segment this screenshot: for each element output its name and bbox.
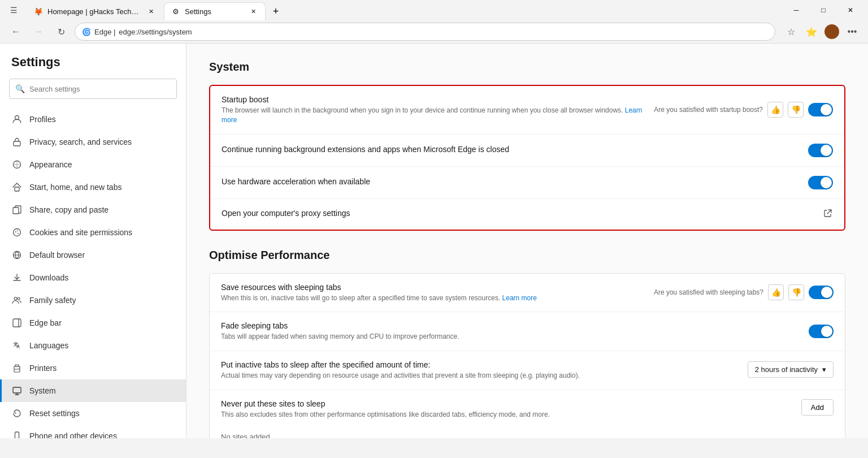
fade-sleeping-tabs-knob: [821, 326, 832, 337]
sidebar-item-downloads[interactable]: Downloads: [0, 266, 186, 289]
tab-title-settings: Settings: [185, 7, 244, 16]
title-bar: ☰ 🦊 Homepage | gHacks Technology ✕ ⚙ Set…: [0, 0, 868, 20]
sidebar-item-label: Printers: [29, 364, 57, 373]
tab-ghacks[interactable]: 🦊 Homepage | gHacks Technology ✕: [27, 2, 163, 20]
startup-boost-right: Are you satisfied with startup boost? 👍 …: [654, 102, 833, 118]
back-button[interactable]: ←: [7, 23, 25, 41]
sidebar-item-printers[interactable]: Printers: [0, 357, 186, 379]
close-button[interactable]: ✕: [837, 0, 863, 20]
family-safety-icon: [11, 295, 23, 306]
sidebar-item-default-browser[interactable]: Default browser: [0, 244, 186, 266]
hardware-acceleration-title: Use hardware acceleration when available: [222, 177, 801, 186]
sidebar-item-start-home[interactable]: Start, home, and new tabs: [0, 176, 186, 198]
sidebar-item-label: Start, home, and new tabs: [29, 183, 121, 192]
background-extensions-row: Continue running background extensions a…: [210, 135, 844, 167]
svg-rect-12: [13, 319, 21, 327]
inactive-tabs-desc: Actual times may vary depending on resou…: [221, 371, 741, 381]
sidebar-item-label: Phone and other devices: [29, 431, 117, 438]
edge-bar-icon: [11, 317, 23, 329]
thumbs-down-btn[interactable]: 👎: [788, 102, 804, 118]
profile-avatar: [824, 24, 839, 39]
sleeping-tabs-thumbs-down[interactable]: 👎: [788, 284, 804, 300]
svg-point-8: [17, 230, 18, 231]
sidebar-item-label: Default browser: [29, 250, 85, 260]
tab-close-settings[interactable]: ✕: [248, 7, 258, 17]
background-extensions-knob: [821, 145, 832, 156]
dropdown-chevron-icon: ▾: [822, 365, 826, 374]
sleeping-tabs-thumbs-up[interactable]: 👍: [768, 284, 784, 300]
search-input[interactable]: [29, 85, 171, 93]
thumbs-up-btn[interactable]: 👍: [767, 102, 783, 118]
sidebar-item-cookies[interactable]: Cookies and site permissions: [0, 221, 186, 244]
sleeping-tabs-desc-text: When this is on, inactive tabs will go t…: [221, 294, 502, 302]
performance-section: Optimise Performance Save resources with…: [209, 249, 845, 438]
sleeping-tabs-knob: [821, 287, 832, 298]
reset-icon: [11, 408, 23, 419]
account-btn[interactable]: [823, 23, 841, 41]
url-text: Edge |: [94, 28, 115, 36]
maximize-button[interactable]: □: [810, 0, 836, 20]
sleeping-tabs-toggle[interactable]: [809, 286, 834, 299]
sidebar-item-family-safety[interactable]: Family safety: [0, 289, 186, 312]
minimize-button[interactable]: ─: [783, 0, 809, 20]
privacy-icon: [11, 136, 23, 148]
sidebar-item-label: Reset settings: [29, 409, 80, 418]
refresh-button[interactable]: ↻: [52, 23, 70, 41]
sidebar-item-edge-bar[interactable]: Edge bar: [0, 312, 186, 334]
start-home-icon: [11, 182, 23, 193]
sleeping-tabs-row: Save resources with sleeping tabs When t…: [210, 274, 845, 313]
sidebar-item-share-copy[interactable]: Share, copy and paste: [0, 198, 186, 221]
no-sites-label: No sites added: [221, 430, 270, 438]
sidebar-item-label: Downloads: [29, 273, 68, 282]
sidebar-item-profiles[interactable]: Profiles: [0, 108, 186, 131]
add-site-button[interactable]: Add: [801, 399, 834, 416]
system-section-title: System: [209, 61, 845, 74]
startup-boost-feedback-text: Are you satisfied with startup boost?: [654, 106, 763, 114]
svg-point-7: [18, 233, 19, 234]
fade-sleeping-tabs-toggle[interactable]: [809, 325, 834, 338]
sleeping-tabs-learn-more[interactable]: Learn more: [502, 294, 537, 302]
edge-icon: 🌀: [82, 28, 91, 36]
never-sleep-desc: This also excludes sites from other perf…: [221, 410, 801, 420]
favorites-star-btn[interactable]: ☆: [782, 23, 800, 41]
tab-favicon-ghacks: 🦊: [34, 7, 43, 16]
collections-btn[interactable]: ⭐: [802, 23, 821, 41]
sidebar-item-label: Family safety: [29, 296, 76, 305]
startup-boost-toggle-knob: [821, 104, 832, 115]
svg-point-6: [15, 231, 16, 232]
performance-section-title: Optimise Performance: [209, 249, 845, 262]
sidebar-item-label: Profiles: [29, 115, 56, 124]
hardware-acceleration-right: [808, 176, 833, 189]
svg-rect-18: [15, 432, 19, 438]
sleeping-tabs-right: Are you satisfied with sleeping tabs? 👍 …: [654, 284, 834, 300]
sidebar-toggle-btn[interactable]: ☰: [5, 1, 23, 19]
startup-boost-title: Startup boost: [222, 95, 647, 104]
inactivity-dropdown[interactable]: 2 hours of inactivity ▾: [748, 361, 834, 378]
sidebar-item-reset-settings[interactable]: Reset settings: [0, 402, 186, 425]
url-bar[interactable]: 🌀 Edge | edge://settings/system: [75, 23, 775, 41]
system-section: System Startup boost The browser will la…: [209, 61, 845, 231]
new-tab-button[interactable]: +: [267, 2, 285, 20]
more-menu-btn[interactable]: •••: [843, 23, 861, 41]
startup-boost-row: Startup boost The browser will launch in…: [210, 86, 844, 135]
tab-settings[interactable]: ⚙ Settings ✕: [164, 2, 266, 20]
never-sleep-right: Add: [801, 399, 834, 416]
hardware-acceleration-knob: [821, 177, 832, 188]
forward-button[interactable]: →: [29, 23, 47, 41]
search-box[interactable]: 🔍: [9, 79, 177, 99]
sleeping-tabs-info: Save resources with sleeping tabs When t…: [221, 283, 647, 303]
sidebar-item-languages[interactable]: Languages: [0, 334, 186, 357]
sidebar-item-appearance[interactable]: Appearance: [0, 153, 186, 176]
startup-boost-toggle[interactable]: [808, 103, 833, 116]
sidebar-item-privacy[interactable]: Privacy, search, and services: [0, 131, 186, 153]
tab-close-ghacks[interactable]: ✕: [146, 6, 156, 16]
startup-boost-desc-text: The browser will launch in the backgroun…: [222, 106, 625, 114]
hardware-acceleration-toggle[interactable]: [808, 176, 833, 189]
sidebar-item-phone-devices[interactable]: Phone and other devices: [0, 425, 186, 438]
svg-rect-14: [14, 369, 20, 372]
phone-icon: [11, 430, 23, 438]
cookies-icon: [11, 227, 23, 238]
sidebar-item-system[interactable]: System: [0, 379, 186, 402]
external-link-icon[interactable]: [823, 208, 833, 221]
background-extensions-toggle[interactable]: [808, 144, 833, 157]
